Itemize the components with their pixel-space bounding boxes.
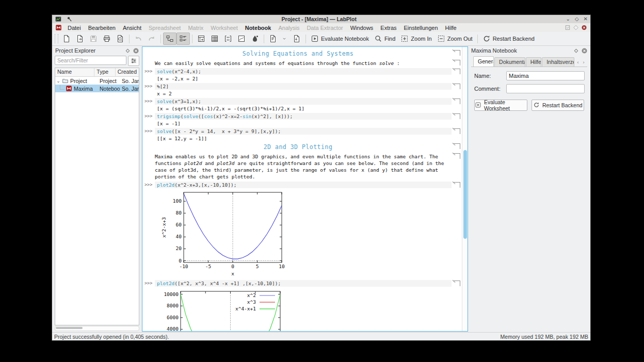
name-field[interactable] — [506, 71, 585, 80]
tab-general[interactable]: General — [473, 56, 494, 67]
child-restore-button[interactable] — [565, 25, 571, 31]
close-panel-icon[interactable] — [133, 48, 139, 54]
title-bar[interactable]: Project - [Maxima] — LabPlot ⌄ ◇ ✕ — [52, 15, 590, 23]
command-cell[interactable]: >>>plot2d(x^2-x+3,[x,-10,10]); — [144, 182, 452, 188]
svg-text:8000: 8000 — [167, 303, 179, 308]
command-input[interactable]: trigsimp(solve([cos(x)^2-x=2-sin(x)^2], … — [155, 113, 452, 120]
command-cell[interactable]: >>>trigsimp(solve([cos(x)^2-x=2-sin(x)^2… — [144, 113, 452, 120]
toolbar-items: Evaluate NotebookFindZoom InZoom OutRest… — [60, 32, 537, 45]
command-cell[interactable]: >>>plot2d([x^2, x^3, x^4 -x +1] ,[x,-10,… — [144, 280, 452, 287]
notebook-vscrollbar[interactable] — [462, 47, 468, 331]
toolbar-button-redo[interactable] — [145, 32, 158, 45]
toolbar-button-open-project[interactable] — [73, 32, 87, 45]
menu-einstellungen[interactable]: Einstellungen — [400, 24, 442, 31]
minimize-button[interactable]: ⌄ — [566, 17, 570, 22]
toolbar-button-new-matrix[interactable] — [221, 32, 235, 45]
menu-hilfe[interactable]: Hilfe — [442, 24, 460, 31]
child-close-button[interactable] — [581, 25, 587, 31]
maximize-button[interactable]: ◇ — [575, 17, 579, 22]
column-type[interactable]: Type — [94, 68, 115, 76]
toolbar-button-new-workbook[interactable] — [195, 32, 208, 45]
search-input[interactable] — [55, 56, 126, 65]
menu-windows[interactable]: Windows — [347, 24, 377, 31]
command-input[interactable]: solve(x^2-4,x); — [155, 68, 452, 75]
column-created[interactable]: Created — [116, 68, 139, 76]
float-panel-icon[interactable] — [573, 48, 579, 54]
tree-row-project[interactable]: ⌄ProjectProjectSo. Jan. 2 18: — [55, 77, 139, 85]
command-cell[interactable]: >>>solve(x^3=1,x); — [144, 98, 452, 105]
tree-row-maxima[interactable]: MaximaNotebookSo. Jan. 2 18: — [55, 85, 139, 92]
toolbar-button-new-notebook-dropdown[interactable] — [279, 32, 290, 45]
toolbar-button-find[interactable]: Find — [372, 32, 398, 45]
menu-extras[interactable]: Extras — [377, 24, 400, 31]
tab-scroll-left[interactable]: ‹ — [575, 59, 581, 65]
command-input[interactable]: plot2d([x^2, x^3, x^4 -x +1] ,[x,-10,10]… — [155, 280, 452, 287]
toolbar-handle[interactable] — [55, 34, 58, 43]
float-panel-icon[interactable] — [125, 48, 131, 54]
menu-ansicht[interactable]: Ansicht — [119, 24, 145, 31]
toolbar-button-new-project[interactable] — [60, 32, 73, 45]
toolbar-button-save[interactable] — [87, 32, 100, 45]
toolbar-button-toggle-project-explorer[interactable] — [163, 32, 176, 45]
toolbar-button-toggle-properties[interactable] — [176, 32, 190, 45]
toolbar-button-undo[interactable] — [132, 32, 145, 45]
expander-icon[interactable]: ⌄ — [55, 78, 61, 84]
cell-fold-marker[interactable] — [453, 84, 461, 97]
result-cell: [x = -2,x = 2] — [155, 75, 452, 82]
notebook-cells[interactable]: Solving Equations and SystemsWe can easi… — [142, 47, 462, 331]
scrollbar-thumb[interactable] — [463, 150, 467, 239]
menu-datei[interactable]: Datei — [64, 24, 85, 31]
command-input[interactable]: solve([x - 2*y = 14, x + 3*y = 9],[x,y])… — [155, 128, 452, 135]
close-panel-icon[interactable] — [582, 48, 587, 54]
command-input[interactable]: plot2d(x^2-x+3,[x,-10,10]); — [155, 182, 452, 188]
toolbar-button-import-file[interactable] — [290, 32, 303, 45]
cell-fold-marker[interactable] — [453, 281, 461, 331]
toolbar-button-zoom-in[interactable]: Zoom In — [398, 32, 434, 45]
cell-fold-marker[interactable] — [453, 50, 461, 59]
tab-hilfe[interactable]: Hilfe — [526, 57, 541, 67]
comment-field[interactable] — [506, 84, 585, 93]
column-name[interactable]: Name — [55, 68, 94, 76]
toolbar-button-new-notebook[interactable] — [266, 32, 280, 45]
evaluate-worksheet-button[interactable]: Evaluate Worksheet — [474, 100, 527, 111]
close-button[interactable]: ✕ — [584, 17, 588, 22]
cell-fold-marker[interactable] — [453, 113, 461, 127]
tab-inhaltsverzeichn[interactable]: Inhaltsverzeichn — [542, 57, 574, 67]
notebook-entry: >>>trigsimp(solve([cos(x)^2-x=2-sin(x)^2… — [144, 112, 462, 127]
cell-fold-marker[interactable] — [453, 153, 461, 181]
toolbar-button-print-preview[interactable] — [114, 32, 127, 45]
toolbar-button-evaluate[interactable]: Evaluate Notebook — [308, 32, 372, 45]
command-input[interactable]: solve(x^3=1,x); — [155, 98, 452, 105]
cell-fold-marker[interactable] — [453, 69, 461, 83]
menu-notebook[interactable]: Notebook — [242, 24, 275, 31]
filter-options-button[interactable] — [128, 56, 139, 66]
menu-bearbeiten[interactable]: Bearbeiten — [85, 24, 119, 31]
command-input[interactable]: %[2] — [155, 83, 452, 90]
tab-scroll-right[interactable]: › — [581, 59, 586, 65]
toolbar-button-restart[interactable]: Restart Backend — [480, 32, 537, 45]
child-shade-button[interactable] — [573, 25, 579, 31]
explorer-hscrollbar[interactable] — [55, 326, 139, 331]
cell-fold-marker[interactable] — [453, 182, 461, 279]
menu-items: DateiBearbeitenAnsichtSpreadsheetMatrixW… — [64, 24, 460, 31]
command-prompt: >>> — [144, 182, 155, 188]
cell-fold-marker[interactable] — [453, 98, 461, 112]
notebook-window-icon — [55, 24, 62, 31]
cell-fold-marker[interactable] — [453, 128, 461, 142]
result-cell: [[x = 12,y = -1]] — [155, 135, 452, 142]
toolbar-button-new-spreadsheet[interactable] — [208, 32, 221, 45]
command-cell[interactable]: >>>solve([x - 2*y = 14, x + 3*y = 9],[x,… — [144, 128, 452, 135]
command-cell[interactable]: >>>solve(x^2-4,x); — [144, 68, 452, 75]
toolbar-button-new-worksheet[interactable] — [235, 32, 248, 45]
tree-header[interactable]: Name Type Created — [55, 68, 139, 77]
toolbar-button-new-datapicker[interactable] — [248, 32, 262, 45]
toolbar-button-zoom-out[interactable]: Zoom Out — [434, 32, 475, 45]
cell-fold-marker[interactable] — [453, 143, 461, 152]
cell-fold-marker[interactable] — [453, 60, 461, 68]
tab-dokumentation[interactable]: Dokumentation — [494, 57, 525, 67]
svg-text:0: 0 — [179, 258, 182, 264]
command-cell[interactable]: >>>%[2] — [144, 83, 452, 90]
restart-backend-button[interactable]: Restart Backend — [532, 100, 585, 111]
toolbar-button-print[interactable] — [100, 32, 114, 45]
properties-title: Maxima Notebook — [471, 47, 571, 54]
